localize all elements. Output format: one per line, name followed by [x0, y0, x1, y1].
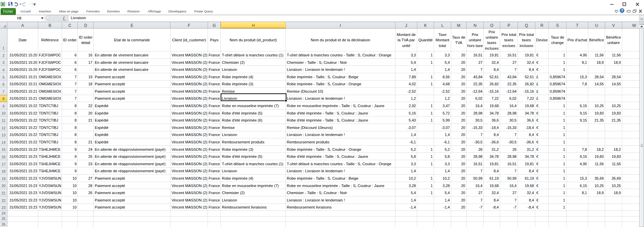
svg-text:?: ?: [621, 9, 623, 12]
